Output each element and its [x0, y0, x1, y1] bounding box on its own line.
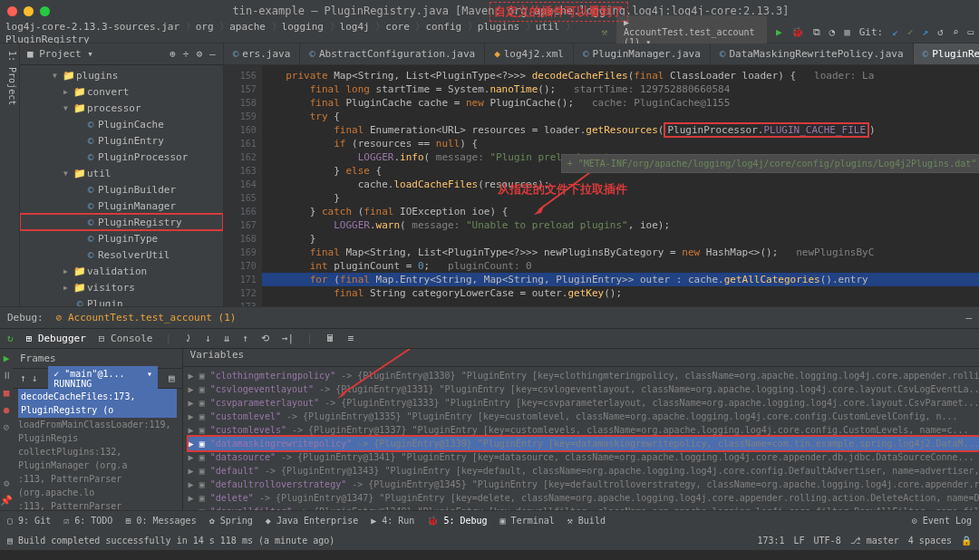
variable-list[interactable]: ▶ ▣ "clothingmteringpolicy" -> {PluginEn…: [183, 367, 979, 510]
class-node[interactable]: ©Plugin: [20, 295, 223, 306]
close-window-icon[interactable]: [7, 6, 17, 16]
force-step-into-icon[interactable]: ⇊: [224, 333, 230, 344]
git-push-icon[interactable]: ↗: [923, 26, 929, 38]
footer-terminal[interactable]: ▣ Terminal: [500, 516, 555, 526]
folder-node[interactable]: ▼📁util: [20, 165, 223, 181]
variable-row[interactable]: ▶ ▣ "customlevel" -> {PluginEntry@1335} …: [189, 410, 979, 423]
step-into-icon[interactable]: ↓: [205, 333, 211, 344]
variable-row[interactable]: ▶ ▣ "datasource" -> {PluginEntry@1341} "…: [189, 450, 979, 464]
class-node[interactable]: ©PluginProcessor: [20, 149, 223, 165]
editor-tab[interactable]: ◆ log4j2.xml: [485, 43, 574, 64]
variable-row[interactable]: ▶ ▣ "customlevels" -> {PluginEntry@1337}…: [189, 423, 979, 437]
code-editor[interactable]: 1561571581591601611621631641651661671681…: [224, 65, 979, 306]
step-over-icon[interactable]: ⤸: [184, 333, 192, 344]
variable-row[interactable]: ▶ ▣ "delete" -> {PluginEntry@1347} "Plug…: [189, 491, 979, 505]
stack-frame[interactable]: loadFromMainClassLoader:119, PluginRegis: [18, 418, 177, 445]
editor-tab[interactable]: © DataMaskingRewritePolicy.java: [711, 43, 914, 64]
stop-icon[interactable]: ■: [4, 387, 10, 399]
evaluate-icon[interactable]: 🖩: [325, 333, 335, 344]
breadcrumb-item[interactable]: logging: [282, 21, 324, 33]
breadcrumb-item[interactable]: config: [425, 21, 461, 33]
frame-list[interactable]: decodeCacheFiles:173, PluginRegistry (ol…: [13, 389, 182, 510]
settings-icon[interactable]: ▭: [967, 26, 974, 38]
folder-node[interactable]: ▶📁validation: [20, 263, 223, 279]
git-history-icon[interactable]: ↺: [937, 26, 944, 38]
variable-row[interactable]: ▶ ▣ "denyallfilter" -> {PluginEntry@1349…: [189, 505, 979, 510]
coverage-icon[interactable]: ⧉: [813, 26, 820, 38]
editor-tab[interactable]: © PluginRegistry.java: [914, 43, 979, 64]
minimize-window-icon[interactable]: [24, 6, 34, 16]
caret-position[interactable]: 173:1: [757, 536, 784, 546]
breadcrumb-item[interactable]: plugins: [478, 21, 519, 33]
prev-frame-icon[interactable]: ↑: [20, 372, 26, 384]
footer-messages[interactable]: ⊞ 0: Messages: [125, 516, 196, 526]
debug-icon[interactable]: 🐞: [791, 26, 804, 38]
footer-java-enterprise[interactable]: ◆ Java Enterprise: [266, 516, 358, 526]
gear-icon[interactable]: ⚙: [196, 48, 202, 60]
stack-frame[interactable]: collectPlugins:132, PluginManager (org.a: [18, 445, 177, 472]
footer-debug[interactable]: 🐞 5: Debug: [427, 516, 487, 526]
editor-tab[interactable]: © ers.java: [224, 43, 301, 64]
footer-todo[interactable]: ☑ 6: TODO: [63, 516, 112, 526]
resume-icon[interactable]: ▶: [4, 352, 10, 364]
variable-row[interactable]: ▶ ▣ "clothingmteringpolicy" -> {PluginEn…: [189, 369, 979, 382]
pin-icon[interactable]: 📌: [0, 495, 13, 507]
footer-build[interactable]: ⚒ Build: [567, 516, 606, 526]
stack-frame[interactable]: :113, PatternParser (org.apache.lo: [18, 499, 177, 510]
debug-session-tab[interactable]: ⊘ AccountTest.test_account (1): [56, 312, 237, 323]
source-code[interactable]: private Map<String, List<PluginType<?>>>…: [262, 65, 979, 306]
profile-icon[interactable]: ◔: [829, 26, 836, 38]
class-node[interactable]: ©ResolverUtil: [20, 246, 223, 263]
variable-row[interactable]: ▶ ▣ "csvparameterlayout" -> {PluginEntry…: [189, 396, 979, 410]
hide-debug-icon[interactable]: —: [965, 312, 972, 323]
variable-row[interactable]: ▶ ▣ "csvlogeventlayout" -> {PluginEntry@…: [189, 382, 979, 396]
thread-selector[interactable]: ✓ "main"@1... RUNNING▾: [48, 366, 158, 391]
project-view-selector[interactable]: ■ Project ▾: [27, 48, 93, 60]
hammer-icon[interactable]: ⚒: [601, 26, 607, 38]
class-node[interactable]: ©PluginRegistry: [20, 214, 223, 230]
folder-node[interactable]: ▼📁processor: [20, 100, 223, 116]
trace-icon[interactable]: ≡: [348, 333, 354, 344]
variable-row[interactable]: ▶ ▣ "datamaskingrewritepolicy" -> {Plugi…: [189, 437, 979, 450]
git-commit-icon[interactable]: ✓: [907, 26, 914, 38]
search-icon[interactable]: ⌕: [953, 26, 959, 38]
folder-node[interactable]: ▶📁visitors: [20, 279, 223, 295]
breadcrumb-item[interactable]: org: [196, 21, 214, 33]
next-frame-icon[interactable]: ↓: [32, 372, 38, 384]
class-node[interactable]: ©PluginCache: [20, 116, 223, 132]
stripe-project[interactable]: 1: Project: [7, 51, 17, 299]
breadcrumb-item[interactable]: log4j: [340, 21, 370, 33]
run-to-cursor-icon[interactable]: →|: [282, 333, 294, 344]
stack-frame[interactable]: :113, PatternParser (org.apache.lo: [18, 472, 177, 499]
class-node[interactable]: ©PluginManager: [20, 198, 223, 214]
footer-spring[interactable]: ✿ Spring: [209, 516, 253, 526]
run-icon[interactable]: ▶: [776, 26, 782, 38]
editor-tab[interactable]: © PluginManager.java: [574, 43, 711, 64]
folder-node[interactable]: ▶📁convert: [20, 83, 223, 100]
git-update-icon[interactable]: ↙: [892, 26, 898, 38]
debugger-tab[interactable]: ⊞ Debugger: [26, 333, 86, 344]
footer-run[interactable]: ▶ 4: Run: [371, 516, 414, 526]
breadcrumb-item[interactable]: core: [385, 21, 410, 33]
folder-node[interactable]: ▼📁plugins: [20, 67, 223, 83]
zoom-window-icon[interactable]: [40, 6, 50, 16]
event-log-button[interactable]: ⊙ Event Log: [912, 516, 972, 526]
settings-icon[interactable]: ⚙: [4, 478, 10, 489]
indent-info[interactable]: 4 spaces: [908, 536, 952, 546]
filter-icon[interactable]: ▤: [169, 372, 175, 384]
file-encoding[interactable]: UTF-8: [814, 536, 841, 546]
variable-row[interactable]: ▶ ▣ "defaultrolloverstrategy" -> {Plugin…: [189, 478, 979, 491]
collapse-icon[interactable]: ÷: [183, 48, 189, 60]
line-separator[interactable]: LF: [794, 536, 805, 546]
rerun-icon[interactable]: ↻: [7, 333, 14, 344]
footer-git[interactable]: ▢ 9: Git: [7, 516, 51, 526]
stop-icon[interactable]: ■: [844, 26, 850, 38]
project-tree[interactable]: ▼📁plugins▶📁convert▼📁processor©PluginCach…: [20, 65, 223, 306]
variable-row[interactable]: ▶ ▣ "default" -> {PluginEntry@1343} "Plu…: [189, 464, 979, 478]
breadcrumb-item[interactable]: apache: [229, 21, 266, 33]
status-icon[interactable]: ▤: [7, 536, 13, 546]
stack-frame[interactable]: decodeCacheFiles:173, PluginRegistry (o: [18, 389, 177, 418]
pause-icon[interactable]: ⏸: [2, 370, 12, 381]
class-node[interactable]: ©PluginEntry: [20, 132, 223, 149]
class-node[interactable]: ©PluginType: [20, 230, 223, 246]
